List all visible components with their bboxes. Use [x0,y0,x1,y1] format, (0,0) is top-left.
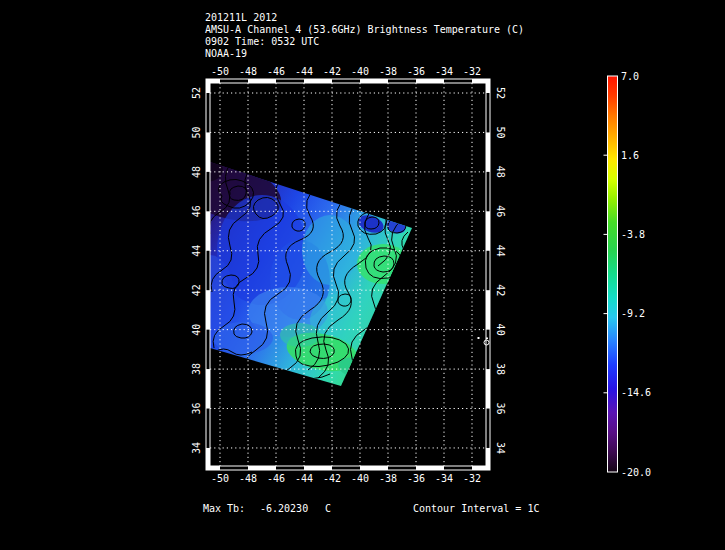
time-line: 0902 Time: 0532 UTC [205,36,319,47]
lon-label-top: -42 [323,66,341,77]
frame-dash-right [486,211,490,250]
lat-label-left: 46 [191,205,202,217]
lat-label-right: 52 [495,87,506,99]
storm-id-line: 201211L 2012 [205,12,277,23]
max-tb-value: -6.20230 [260,503,308,514]
frame-dash-right [486,369,490,408]
colorbar-tick-label: 7.0 [621,71,639,82]
lat-label-left: 34 [191,442,202,454]
frame-dash-right [486,448,490,470]
frame-dash-top [304,79,332,83]
frame-dash-top [248,79,276,83]
lon-label-top: -46 [267,66,285,77]
frame-dash-bottom [416,466,444,470]
lon-label-bottom: -44 [295,473,313,484]
lat-label-left: 40 [191,324,202,336]
frame-dash-left [206,448,210,470]
product-title-line: AMSU-A Channel 4 (53.6GHz) Brightness Te… [205,24,524,35]
island-marks [478,337,490,345]
contour-interval-label: Contour Interval = 1C [413,503,539,514]
lat-label-left: 44 [191,245,202,257]
colorbar-gradient-bar [608,76,618,472]
lon-label-bottom: -40 [351,473,369,484]
lat-label-right: 48 [495,166,506,178]
lat-label-left: 42 [191,284,202,296]
colorbar-tick-label: -20.0 [621,467,651,478]
frame-dash-right [486,79,490,93]
lat-label-left: 48 [191,166,202,178]
island-dot [486,338,488,340]
lat-label-right: 36 [495,402,506,414]
frame-dash-bottom [304,466,332,470]
lon-label-top: -44 [295,66,313,77]
frame-dash-right [486,132,490,171]
lon-label-top: -38 [379,66,397,77]
lat-label-right: 42 [495,284,506,296]
frame-dash-left [206,132,210,171]
frame-dash-right [486,290,490,329]
lat-label-right: 44 [495,245,506,257]
colorbar: 7.01.6-3.8-9.2-14.6-20.0 [604,71,652,478]
lon-label-top: -40 [351,66,369,77]
lon-label-top: -36 [407,66,425,77]
frame-dash-bottom [248,466,276,470]
frame-dash-top [416,79,444,83]
island-dot [478,337,480,339]
colorbar-ticks [604,155,608,393]
frame-dash-left [206,290,210,329]
colorbar-tick-label: -3.8 [621,229,645,240]
map-panel: -50-50-48-48-46-46-44-44-42-42-40-40-38-… [167,66,506,484]
lon-label-bottom: -48 [239,473,257,484]
lon-label-bottom: -38 [379,473,397,484]
lat-label-right: 50 [495,126,506,138]
frame-dash-top [360,79,388,83]
lon-label-bottom: -42 [323,473,341,484]
lat-label-left: 52 [191,87,202,99]
frame-dash-left [206,369,210,408]
footer-status: Max Tb: -6.20230 C Contour Interval = 1C [203,503,539,514]
lat-label-left: 36 [191,402,202,414]
lon-label-top: -50 [211,66,229,77]
satellite-line: NOAA-19 [205,48,247,59]
max-tb-unit: C [325,503,331,514]
colorbar-tick-label: -14.6 [621,387,651,398]
lon-label-top: -48 [239,66,257,77]
max-tb-label: Max Tb: [203,503,245,514]
lat-label-right: 46 [495,205,506,217]
plot-canvas: 201211L 2012 AMSU-A Channel 4 (53.6GHz) … [0,0,725,550]
colorbar-tick-label: -9.2 [621,308,645,319]
lat-label-right: 34 [495,442,506,454]
screen: 201211L 2012 AMSU-A Channel 4 (53.6GHz) … [0,0,725,550]
lon-label-bottom: -46 [267,473,285,484]
lon-label-bottom: -34 [435,473,453,484]
frame-dash-left [206,79,210,93]
frame-dash-left [206,211,210,250]
lon-label-bottom: -36 [407,473,425,484]
lon-label-bottom: -50 [211,473,229,484]
frame-dash-bottom [360,466,388,470]
lon-label-bottom: -32 [463,473,481,484]
title-block: 201211L 2012 AMSU-A Channel 4 (53.6GHz) … [205,12,524,59]
lon-label-top: -34 [435,66,453,77]
lon-label-top: -32 [463,66,481,77]
lat-label-right: 38 [495,363,506,375]
lat-label-right: 40 [495,324,506,336]
colorbar-labels: 7.01.6-3.8-9.2-14.6-20.0 [621,71,651,478]
colorbar-tick-label: 1.6 [621,150,639,161]
lat-label-left: 50 [191,126,202,138]
lat-label-left: 38 [191,363,202,375]
